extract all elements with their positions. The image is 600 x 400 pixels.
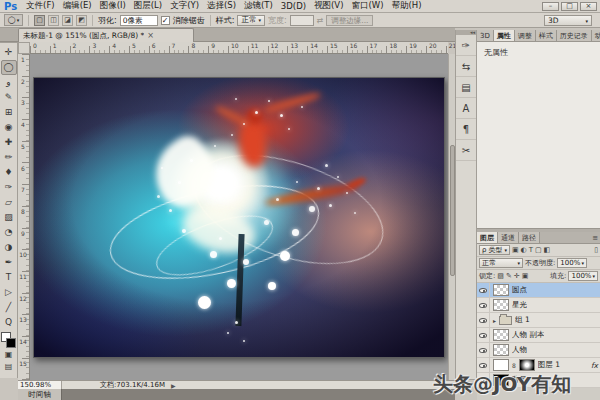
blur-tool-icon[interactable]: ◔: [1, 225, 17, 240]
menu-item[interactable]: 图层(L): [130, 0, 166, 12]
feather-input[interactable]: 0像素: [120, 15, 158, 26]
eyedropper-tool-icon[interactable]: ◉: [1, 120, 17, 135]
panel-tab[interactable]: 通道: [498, 232, 519, 243]
menu-item[interactable]: 选择(S): [203, 0, 240, 12]
tool-presets-panel-icon[interactable]: ⇆: [456, 56, 476, 77]
menu-item[interactable]: 滤镜(T): [240, 0, 277, 12]
lock-all-icon[interactable]: ▣: [522, 272, 529, 280]
lock-transparent-icon[interactable]: ▨: [497, 272, 504, 280]
layer-visibility-eye-icon[interactable]: [479, 318, 487, 323]
character-panel-icon[interactable]: A: [456, 98, 476, 119]
fill-field[interactable]: 100% ▾: [568, 271, 598, 281]
menu-item[interactable]: 视图(V): [310, 0, 347, 12]
intersect-selection-icon[interactable]: ◩: [76, 15, 87, 26]
panel-tab[interactable]: 3D: [477, 30, 494, 41]
filter-type-layers-icon[interactable]: T: [529, 246, 533, 254]
panel-tab[interactable]: 路径: [519, 232, 540, 243]
layer-visibility-eye-icon[interactable]: [479, 348, 487, 353]
layer-visibility-eye-icon[interactable]: [479, 333, 487, 338]
menu-item[interactable]: 帮助(H): [388, 0, 426, 12]
move-tool-icon[interactable]: ✛: [1, 45, 17, 60]
brush-presets-panel-icon[interactable]: ✑: [456, 35, 476, 56]
filter-toggle-icon[interactable]: ▯: [594, 246, 598, 254]
panel-menu-icon[interactable]: ≡: [590, 232, 600, 243]
line-tool-icon[interactable]: ╱: [1, 300, 17, 315]
layer-thumbnail[interactable]: [493, 329, 509, 341]
menu-item[interactable]: 图像(I): [96, 0, 130, 12]
gradient-tool-icon[interactable]: ▨: [1, 210, 17, 225]
close-button-icon[interactable]: ×: [580, 2, 597, 11]
filter-group-layers-icon[interactable]: ▢: [535, 246, 542, 254]
layer-mask-thumbnail[interactable]: [519, 359, 535, 371]
panel-tab[interactable]: 动作: [592, 30, 600, 41]
style-select[interactable]: 正常 ▾: [237, 15, 265, 26]
document-tab[interactable]: 未标题-1 @ 151% (圆点, RGB/8) * ×: [18, 28, 194, 42]
eraser-tool-icon[interactable]: ▱: [1, 195, 17, 210]
brush-tool-icon[interactable]: ✏: [1, 150, 17, 165]
filter-smart-objects-icon[interactable]: ◧: [544, 246, 551, 254]
status-options-arrow-icon[interactable]: ▶: [171, 382, 176, 389]
dodge-tool-icon[interactable]: ◑: [1, 240, 17, 255]
marquee-tool-icon[interactable]: ◯: [1, 60, 17, 75]
layer-thumbnail[interactable]: [493, 299, 509, 311]
screen-mode-button[interactable]: ▤: [1, 361, 17, 373]
measurement-panel-icon[interactable]: ✂: [456, 140, 476, 161]
menu-item[interactable]: 编辑(E): [59, 0, 96, 12]
width-input[interactable]: [290, 15, 314, 26]
layer-visibility-eye-icon[interactable]: [479, 288, 487, 293]
filter-adjustment-layers-icon[interactable]: ◐: [521, 246, 527, 254]
minimize-button-icon[interactable]: –: [542, 2, 559, 11]
antialias-checkbox[interactable]: ✓: [161, 16, 170, 25]
canvas-artwork[interactable]: [33, 77, 445, 358]
paragraph-panel-icon[interactable]: ¶: [456, 119, 476, 140]
layer-thumbnail[interactable]: [493, 284, 509, 296]
clone-stamp-tool-icon[interactable]: ♦: [1, 165, 17, 180]
menu-item[interactable]: 窗口(W): [347, 0, 387, 12]
layer-row[interactable]: 人物 副本: [477, 328, 600, 343]
background-color-swatch[interactable]: [6, 338, 16, 348]
new-selection-icon[interactable]: ▢: [34, 15, 45, 26]
zoom-tool-icon[interactable]: Q: [1, 315, 17, 330]
add-selection-icon[interactable]: ◫: [48, 15, 59, 26]
subtract-selection-icon[interactable]: ◪: [62, 15, 73, 26]
layer-row[interactable]: ▸ 组 1: [477, 313, 600, 328]
swap-dimensions-icon[interactable]: ⇄: [317, 16, 324, 25]
refine-edge-button[interactable]: 调整边缘...: [326, 15, 373, 26]
healing-brush-tool-icon[interactable]: ✚: [1, 135, 17, 150]
workspace-select[interactable]: 3D ▾: [544, 15, 592, 26]
panel-tab[interactable]: 历史记录: [557, 30, 592, 41]
quick-select-tool-icon[interactable]: ✎: [1, 90, 17, 105]
panel-tab[interactable]: 调整: [515, 30, 536, 41]
panel-tab[interactable]: 属性: [494, 30, 515, 41]
clone-source-panel-icon[interactable]: ▤: [456, 77, 476, 98]
menu-item[interactable]: 文字(Y): [166, 0, 203, 12]
layer-thumbnail[interactable]: [499, 316, 512, 325]
crop-tool-icon[interactable]: ⊞: [1, 105, 17, 120]
layer-thumbnail[interactable]: [493, 359, 509, 371]
layer-row[interactable]: 圆点: [477, 283, 600, 298]
close-tab-icon[interactable]: ×: [147, 31, 154, 40]
panel-tab[interactable]: 样式: [536, 30, 557, 41]
layer-effects-badge[interactable]: fx: [591, 361, 598, 370]
panel-tab[interactable]: 图层: [477, 232, 498, 243]
layer-row[interactable]: 星光: [477, 298, 600, 313]
pen-tool-icon[interactable]: ✒: [1, 255, 17, 270]
blend-mode-select[interactable]: 正常 ▾: [479, 258, 523, 268]
vertical-scrollbar[interactable]: [448, 54, 455, 380]
lock-pixels-icon[interactable]: ✎: [506, 272, 512, 280]
lock-position-icon[interactable]: ✛: [514, 272, 520, 280]
maximize-button-icon[interactable]: □: [561, 2, 578, 11]
layer-thumbnail[interactable]: [493, 344, 509, 356]
zoom-level-field[interactable]: 150.98%: [18, 381, 62, 389]
group-expand-arrow-icon[interactable]: ▸: [493, 317, 496, 324]
opacity-field[interactable]: 100% ▾: [557, 258, 587, 268]
layer-row[interactable]: 人物: [477, 343, 600, 358]
lasso-tool-icon[interactable]: و: [1, 75, 17, 90]
quick-mask-button[interactable]: ▣: [1, 349, 17, 361]
layer-visibility-eye-icon[interactable]: [479, 303, 487, 308]
timeline-tab[interactable]: 时间轴: [18, 389, 62, 400]
history-brush-tool-icon[interactable]: ✑: [1, 180, 17, 195]
layer-visibility-eye-icon[interactable]: [479, 363, 487, 368]
path-select-tool-icon[interactable]: ▷: [1, 285, 17, 300]
canvas-pasteboard[interactable]: [30, 54, 448, 380]
